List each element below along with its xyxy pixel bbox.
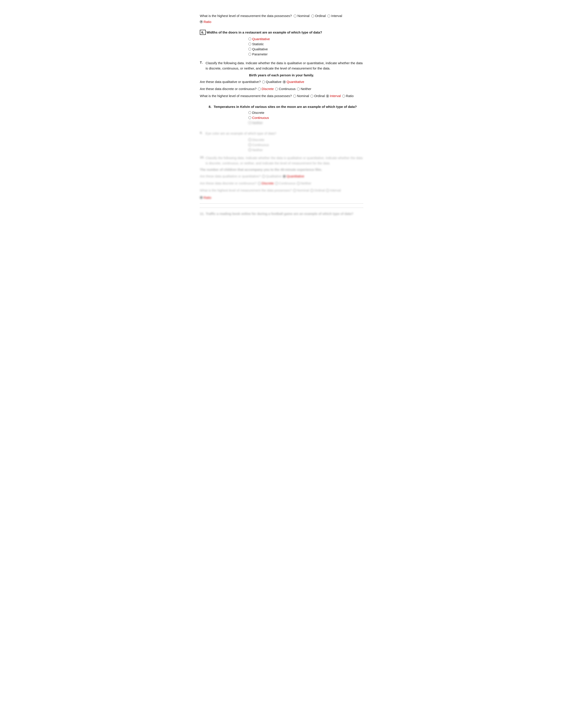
q9-discrete-radio[interactable] bbox=[248, 138, 251, 141]
q10-interval-option[interactable]: Interval bbox=[326, 188, 341, 193]
q7-qualitative-line: Are these data qualitative or quantitati… bbox=[200, 79, 363, 84]
q10-interval-label: Interval bbox=[330, 188, 341, 193]
q7-ordinal-option[interactable]: Ordinal bbox=[311, 93, 325, 99]
q7-data-lines: Are these data qualitative or quantitati… bbox=[200, 79, 363, 99]
q8-number: 8. bbox=[209, 105, 211, 109]
q5-ratio-radio[interactable] bbox=[200, 20, 203, 23]
q5-nominal-radio[interactable] bbox=[294, 15, 297, 17]
q6-parameter-radio[interactable] bbox=[248, 53, 251, 56]
q6-options: Quantitative Statistic Qualitative Param… bbox=[248, 37, 363, 56]
q9-continuous-option[interactable]: Continuous bbox=[248, 143, 269, 147]
q7-nominal-option[interactable]: Nominal bbox=[293, 93, 309, 99]
q10-qualitative-radio[interactable] bbox=[262, 175, 265, 178]
q10-discrete-option[interactable]: Discrete bbox=[258, 181, 274, 186]
q8-discrete-radio[interactable] bbox=[248, 111, 251, 114]
q9-continuous-radio[interactable] bbox=[248, 143, 251, 146]
q10-measurement-q: What is the highest level of measurement… bbox=[200, 188, 292, 193]
q5-ratio-option[interactable]: Ratio bbox=[200, 20, 363, 24]
q5-nominal-option[interactable]: Nominal bbox=[294, 13, 310, 19]
q7-quantitative-radio[interactable] bbox=[283, 81, 286, 83]
q7-ratio-radio[interactable] bbox=[342, 95, 345, 98]
q10-discrete-radio[interactable] bbox=[258, 182, 261, 185]
q8-discrete-label: Discrete bbox=[252, 111, 264, 114]
q11-header: 11. Traffic a reading book online for du… bbox=[200, 212, 363, 216]
q10-interval-radio[interactable] bbox=[326, 189, 329, 192]
q5-interval-option[interactable]: Interval bbox=[328, 13, 342, 19]
q6-statistic-option[interactable]: Statistic bbox=[248, 42, 264, 46]
q7-neither-option[interactable]: Neither bbox=[297, 86, 311, 92]
q7-qualitative-label: Qualitative bbox=[266, 79, 282, 84]
q5-measurement-question: What is the highest level of measurement… bbox=[200, 13, 363, 19]
q8-continuous-radio[interactable] bbox=[248, 116, 251, 119]
q10-ordinal-radio[interactable] bbox=[311, 189, 313, 192]
q6-parameter-option[interactable]: Parameter bbox=[248, 52, 267, 56]
q6-question: Widths of the doors in a restaurant are … bbox=[207, 30, 322, 34]
q10-qualitative-option[interactable]: Qualitative bbox=[262, 174, 282, 179]
q7-interval-label: Interval bbox=[330, 93, 341, 99]
q7-number: 7. bbox=[200, 60, 204, 64]
q9-neither-option[interactable]: Neither bbox=[248, 148, 263, 152]
q9-discrete-option[interactable]: Discrete bbox=[248, 138, 264, 142]
q8-continuous-option[interactable]: Continuous bbox=[248, 116, 269, 120]
q10-line1: Are these data qualitative or quantitati… bbox=[200, 174, 363, 179]
q8-neither-radio[interactable] bbox=[248, 121, 251, 124]
q11-question: Traffic a reading book online for during… bbox=[206, 212, 353, 216]
q5-interval-radio[interactable] bbox=[328, 15, 330, 17]
q7-interval-option[interactable]: Interval bbox=[326, 93, 341, 99]
q10-continuous-option[interactable]: Continuous bbox=[275, 181, 296, 186]
q7-quantitative-option[interactable]: Quantitative bbox=[283, 79, 304, 84]
q7-measurement-question: What is the highest level of measurement… bbox=[200, 93, 292, 99]
q10-lines: Are these data qualitative or quantitati… bbox=[200, 174, 363, 199]
q7-ratio-option[interactable]: Ratio bbox=[342, 93, 354, 99]
q9-options: Discrete Continuous Neither bbox=[248, 138, 363, 152]
q7-continuous-option[interactable]: Continuous bbox=[275, 86, 296, 92]
q6-qualitative-option[interactable]: Qualitative bbox=[248, 47, 268, 51]
q7-measurement-line: What is the highest level of measurement… bbox=[200, 93, 363, 99]
q5-ordinal-option[interactable]: Ordinal bbox=[311, 13, 326, 19]
q7-neither-radio[interactable] bbox=[297, 88, 300, 90]
q10-ratio-radio[interactable] bbox=[200, 196, 203, 199]
q10-discrete-label: Discrete bbox=[261, 181, 274, 186]
q10-ordinal-label: Ordinal bbox=[314, 188, 325, 193]
q10-continuous-radio[interactable] bbox=[275, 182, 278, 185]
q5-ratio-label: Ratio bbox=[203, 20, 211, 24]
q10-ordinal-option[interactable]: Ordinal bbox=[311, 188, 325, 193]
q7-qualitative-option[interactable]: Qualitative bbox=[262, 79, 282, 84]
q7-discrete-line: Are these data discrete or continuous? D… bbox=[200, 86, 363, 92]
q10-nominal-option[interactable]: Nominal bbox=[293, 188, 309, 193]
q7-discrete-option[interactable]: Discrete bbox=[258, 86, 274, 92]
q8-question: Temperatures in Kelvin of various sites … bbox=[214, 105, 357, 109]
q7-ordinal-radio[interactable] bbox=[311, 95, 313, 98]
q5-nominal-label: Nominal bbox=[298, 13, 310, 19]
q7-header: 7. Classify the following data. Indicate… bbox=[200, 60, 363, 71]
q10-nominal-radio[interactable] bbox=[293, 189, 296, 192]
q7-nominal-radio[interactable] bbox=[293, 95, 296, 98]
q5-ordinal-radio[interactable] bbox=[311, 15, 314, 17]
q6-quantitative-option[interactable]: Quantitative bbox=[248, 37, 270, 41]
q10-quantitative-radio[interactable] bbox=[283, 175, 286, 178]
q11-number: 11. bbox=[200, 212, 204, 216]
q8-discrete-option[interactable]: Discrete bbox=[248, 111, 264, 114]
q10-quantitative-label: Quantitative bbox=[287, 174, 304, 179]
q10-ratio-bottom[interactable]: Ratio bbox=[200, 196, 363, 199]
q6-quantitative-radio[interactable] bbox=[248, 38, 251, 40]
q9-number: 9. bbox=[200, 131, 204, 135]
q6-qualitative-radio[interactable] bbox=[248, 48, 251, 51]
q9-continuous-label: Continuous bbox=[252, 143, 269, 147]
q10-neither-option[interactable]: Neither bbox=[297, 181, 311, 186]
q6-section: 6. Widths of the doors in a restaurant a… bbox=[200, 30, 363, 56]
q10-quantitative-option[interactable]: Quantitative bbox=[283, 174, 304, 179]
q10-neither-radio[interactable] bbox=[297, 182, 300, 185]
q8-header: 8. Temperatures in Kelvin of various sit… bbox=[209, 105, 363, 109]
q7-qualitative-radio[interactable] bbox=[262, 81, 265, 83]
q9-neither-radio[interactable] bbox=[248, 148, 251, 151]
q7-continuous-radio[interactable] bbox=[275, 88, 278, 90]
q10-qualitative-q: Are these data qualitative or quantitati… bbox=[200, 174, 261, 179]
q8-neither-option[interactable]: Neither bbox=[248, 121, 263, 125]
q5-measurement-label: What is the highest level of measurement… bbox=[200, 13, 292, 19]
q9-neither-label: Neither bbox=[252, 148, 263, 152]
q6-statistic-radio[interactable] bbox=[248, 43, 251, 45]
q7-discrete-radio[interactable] bbox=[258, 88, 261, 90]
q7-interval-radio[interactable] bbox=[326, 95, 329, 98]
q9-section: 9. Eye color are an example of which typ… bbox=[200, 131, 363, 152]
